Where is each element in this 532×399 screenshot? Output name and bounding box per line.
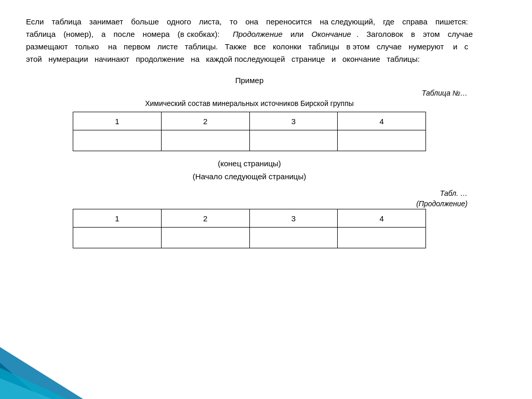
table-1: 1 2 3 4	[73, 112, 426, 151]
example-label: Пример	[26, 76, 473, 85]
continuation-word: Продолжение	[233, 30, 283, 38]
table-cell: 4	[338, 209, 426, 228]
table-number-2-line1: Табл. …	[26, 189, 468, 199]
table-cell: 3	[249, 112, 338, 130]
page-content: Если таблица занимает больше одного лист…	[0, 0, 499, 264]
table-cell	[73, 228, 162, 248]
table-cell: 2	[161, 112, 249, 130]
table-cell	[338, 130, 426, 151]
table-caption: Химический состав минеральных источников…	[26, 99, 473, 108]
table-cell: 3	[249, 209, 338, 228]
table-cell	[249, 228, 338, 248]
bottom-decoration	[0, 331, 104, 399]
table-cell	[249, 130, 338, 151]
main-paragraph: Если таблица занимает больше одного лист…	[26, 16, 473, 65]
ending-word: Окончание	[312, 30, 351, 38]
table-cell	[161, 228, 249, 248]
table-cell	[338, 228, 426, 248]
table-2: 1 2 3 4	[73, 209, 426, 248]
table-row: 1 2 3 4	[73, 209, 426, 228]
table-cell: 1	[73, 112, 162, 130]
table-row: 1 2 3 4	[73, 112, 426, 130]
table-cell	[161, 130, 249, 151]
continuation-number: Табл. … (Продолжение)	[26, 189, 473, 209]
table-number-2-line2: (Продолжение)	[26, 199, 468, 209]
table-cell: 2	[161, 209, 249, 228]
table-number-1: Таблица №…	[26, 89, 473, 97]
next-page-label: (Начало следующей страницы)	[26, 172, 473, 181]
table-cell	[73, 130, 162, 151]
table-row	[73, 228, 426, 248]
table-cell: 1	[73, 209, 162, 228]
table-row	[73, 130, 426, 151]
table-cell: 4	[338, 112, 426, 130]
page-end-label: (конец страницы)	[26, 159, 473, 168]
